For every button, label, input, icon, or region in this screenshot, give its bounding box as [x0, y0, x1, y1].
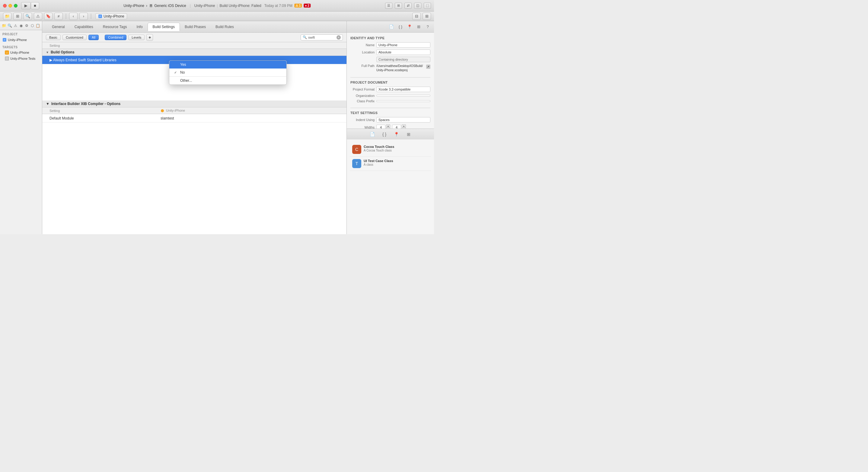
organization-value[interactable] [376, 95, 430, 97]
main-toolbar: 📁 ⊞ 🔍 ⚠ 🔖 ≠ ‹ › P Unity-iPhone ⊟ ⊞ [0, 11, 434, 21]
layout-btn-4[interactable]: ◫ [414, 3, 421, 9]
layout-btn-5[interactable]: ⬚ [424, 3, 431, 9]
diff-btn[interactable]: ≠ [54, 13, 63, 20]
sidebar-project-item[interactable]: P Unity-iPhone [0, 36, 42, 43]
sidebar-nav-reports[interactable]: 📋 [36, 23, 40, 29]
default-module-row[interactable]: Default Module slamtest [42, 114, 346, 123]
search-clear-btn[interactable]: ✕ [337, 35, 341, 39]
svg-point-9 [161, 109, 164, 112]
build-status: Build Unity-iPhone: Failed [220, 4, 261, 8]
layout-btn-3[interactable]: ⇄ [404, 3, 412, 9]
cocoa-touch-template[interactable]: C Cocoa Touch Class A Cocoa Touch class [350, 143, 431, 157]
class-prefix-value[interactable] [376, 100, 430, 102]
dropdown-item-yes[interactable]: Yes [169, 61, 286, 68]
right-panel-header: 📄 { } 📍 ⊞ ? [347, 21, 434, 33]
curly-icon-btn[interactable]: { } [397, 24, 404, 30]
containing-dir-row: Containing directory [350, 57, 430, 62]
warning-badge[interactable]: ⚠ 1 [294, 4, 302, 7]
indent-width-value[interactable]: 4 [392, 125, 401, 129]
bookmark-btn[interactable]: 🔖 [44, 13, 53, 20]
sidebar-nav-files[interactable]: 📁 [2, 23, 6, 29]
text-settings-section: Text Settings Indent Using Spaces Widths… [350, 111, 430, 129]
dropdown-item-other[interactable]: Other... [169, 77, 286, 85]
location-value[interactable]: Absolute [376, 50, 430, 55]
tab-width-value[interactable]: 4 [376, 125, 385, 129]
filter-combined[interactable]: Combined [105, 35, 126, 40]
warning-btn[interactable]: ⚠ [34, 13, 42, 20]
search-btn[interactable]: 🔍 [24, 13, 32, 20]
name-label: Name [350, 43, 375, 47]
bottom-location-icon[interactable]: 📍 [393, 131, 400, 138]
bottom-curly-icon[interactable]: { } [381, 131, 388, 138]
cocoa-icon: C [352, 145, 361, 154]
tab-build-rules[interactable]: Build Rules [211, 23, 239, 31]
cocoa-text: Cocoa Touch Class A Cocoa Touch class [364, 145, 394, 154]
maximize-button[interactable] [14, 4, 18, 7]
right-panel-bottom-toolbar: 📄 { } 📍 ⊞ [347, 129, 434, 139]
project-section-header: PROJECT [0, 30, 42, 36]
minimize-button[interactable] [8, 4, 12, 7]
tab-capabilities[interactable]: Capabilities [70, 23, 98, 31]
right-panel-toggle-btn[interactable]: ⊞ [423, 13, 431, 20]
grid-icon-btn[interactable]: ⊞ [415, 24, 422, 30]
indent-using-value[interactable]: Spaces [376, 117, 430, 123]
filter-levels[interactable]: Levels [128, 35, 145, 40]
path-reveal-btn[interactable]: ↗ [426, 65, 430, 69]
sidebar-target-unity-iphone[interactable]: U Unity-iPhone [0, 50, 42, 56]
tab-resource-tags[interactable]: Resource Tags [98, 23, 132, 31]
sidebar-nav-search[interactable]: 🔍 [7, 23, 12, 29]
filter-add[interactable]: + [146, 34, 153, 41]
tab-build-phases[interactable]: Build Phases [180, 23, 211, 31]
build-options-title: Build Options [51, 50, 74, 54]
folder-icon-btn[interactable]: 📁 [3, 13, 11, 20]
sidebar-target-tests[interactable]: Unity-iPhone Tests [0, 56, 42, 62]
tab-general[interactable]: General [47, 23, 70, 31]
stop-button[interactable]: ■ [31, 2, 39, 9]
widths-row: Widths 4 ▲ ▼ 4 ▲ [350, 124, 430, 129]
location-label: Location [350, 51, 375, 54]
device-crumb: Generic iOS Device [149, 4, 186, 8]
bottom-grid-icon[interactable]: ⊞ [405, 131, 412, 138]
indent-width-up[interactable]: ▲ [402, 124, 406, 127]
breadcrumb-separator: › [146, 4, 147, 8]
tab-width-up[interactable]: ▲ [386, 124, 390, 127]
traffic-lights[interactable] [3, 4, 18, 7]
layout-btn-1[interactable]: ☰ [385, 3, 392, 9]
tab-bar: General Capabilities Resource Tags Info … [42, 21, 346, 33]
close-button[interactable] [3, 4, 7, 7]
ib-col-unity: Unity-iPhone [157, 108, 346, 113]
search-box[interactable]: 🔍 swift ✕ [301, 34, 343, 40]
filter-basic[interactable]: Basic [46, 35, 61, 40]
question-icon-btn[interactable]: ? [424, 24, 431, 30]
location-icon-btn[interactable]: 📍 [406, 24, 413, 30]
file-icon-btn[interactable]: 📄 [388, 24, 395, 30]
content-area: General Capabilities Resource Tags Info … [42, 21, 346, 234]
ib-section-header[interactable]: ▼ Interface Builder XIB Compiler - Optio… [42, 100, 346, 107]
status-separator: | [190, 4, 191, 8]
run-button[interactable]: ▶ [21, 2, 31, 9]
bottom-file-icon[interactable]: 📄 [369, 131, 376, 138]
name-value[interactable]: Unity-iPhone [376, 42, 430, 48]
cocoa-desc: A Cocoa Touch class [364, 149, 394, 152]
ui-test-template[interactable]: T UI Test Case Class A class [350, 157, 431, 171]
project-doc-title: Project Document [350, 81, 430, 84]
dropdown-item-no[interactable]: ✓ No [169, 68, 286, 76]
sidebar-nav-breakpoints[interactable]: ⬡ [30, 23, 35, 29]
sidebar-nav-tests[interactable]: ◉ [19, 23, 24, 29]
filter-customized[interactable]: Customized [62, 35, 87, 40]
grid-btn[interactable]: ⊞ [13, 13, 22, 20]
forward-btn[interactable]: › [80, 13, 88, 20]
navigator-toggle-btn[interactable]: ⊟ [412, 13, 421, 20]
error-badge[interactable]: ● 2 [304, 4, 310, 7]
filter-all[interactable]: All [88, 35, 99, 40]
build-options-section-header[interactable]: ▼ Build Options [42, 49, 346, 56]
sidebar-nav-issues[interactable]: ⚠ [13, 23, 18, 29]
layout-btn-2[interactable]: ⊞ [395, 3, 402, 9]
tab-build-settings[interactable]: Build Settings [148, 23, 180, 31]
sidebar-nav-debug[interactable]: ⚙ [25, 23, 29, 29]
back-btn[interactable]: ‹ [69, 13, 78, 20]
tab-info[interactable]: Info [132, 23, 148, 31]
ui-desc: A class [364, 163, 393, 166]
ui-title: UI Test Case Class [364, 159, 393, 163]
project-format-value[interactable]: Xcode 3.2-compatible [376, 87, 430, 92]
